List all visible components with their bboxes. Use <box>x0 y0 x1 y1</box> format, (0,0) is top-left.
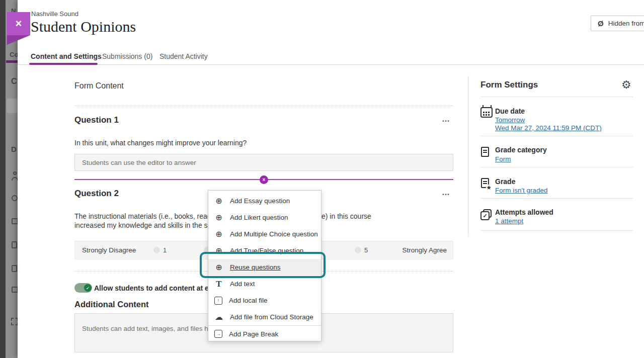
question-1-more-options-icon[interactable]: ••• <box>439 119 453 124</box>
divider <box>480 198 633 199</box>
graded-document-icon: ★ <box>481 178 489 188</box>
menu-item-label: Add Page Break <box>229 330 278 338</box>
close-button[interactable]: × <box>7 12 30 35</box>
file-upload-icon: ↑ <box>214 297 222 305</box>
toggle-check-icon: ✓ <box>84 284 92 292</box>
likert-max-label: Strongly Agree <box>402 246 447 254</box>
text-icon: T <box>214 279 223 289</box>
circle-plus-icon: ⊕ <box>214 262 223 272</box>
background-tab-underline <box>6 60 18 63</box>
menu-item-add-multiple-choice-question[interactable]: ⊕ Add Multiple Choice question <box>208 226 321 242</box>
allow-student-content-toggle[interactable]: ✓ <box>74 283 92 293</box>
menu-item-label: Add Essay question <box>230 197 290 205</box>
question-1-answer-editor[interactable]: Students can use the editor to answer <box>74 154 453 171</box>
divider <box>480 97 633 97</box>
form-settings-title: Form Settings <box>480 80 538 90</box>
page: N Co C D Nashville Sound Student Opinion… <box>0 0 644 358</box>
form-editor-panel: Nashville Sound Student Opinions Ø Hidde… <box>18 0 644 358</box>
menu-item-add-true-false-question[interactable]: ⊕ Add True/False question <box>208 242 321 259</box>
menu-item-label: Add True/False question <box>230 247 303 254</box>
eye-slash-icon: Ø <box>598 19 604 28</box>
additional-content-heading: Additional Content <box>74 300 149 309</box>
circle-plus-icon: ⊕ <box>214 229 223 239</box>
question-2-more-options-icon[interactable]: ••• <box>439 192 453 197</box>
divider <box>480 136 633 136</box>
circle-plus-icon: ⊕ <box>214 196 223 206</box>
visibility-label: Hidden from <box>608 20 644 27</box>
tab-bar: Content and Settings Submissions (0) Stu… <box>18 48 644 65</box>
likert-option-label: 1 <box>163 246 167 254</box>
due-date-full-link[interactable]: Wed Mar 27, 2024 11:59 PM (CDT) <box>495 124 602 132</box>
page-break-icon: → <box>214 330 222 338</box>
likert-radio-5[interactable] <box>355 247 361 253</box>
grade-label: Grade <box>495 177 515 186</box>
background-partial-heading: C <box>11 77 17 86</box>
settings-divider <box>468 76 468 237</box>
ribbon-fold <box>7 35 30 45</box>
menu-item-label: Add local file <box>229 297 268 304</box>
pencil-icon <box>12 265 17 272</box>
tab-submissions[interactable]: Submissions (0) <box>102 52 152 60</box>
form-content-heading: Form Content <box>74 81 124 91</box>
likert-option-label: 5 <box>364 246 368 254</box>
attempts-allowed-label: Attempts allowed <box>495 208 553 216</box>
menu-item-label: Add file from Cloud Storage <box>230 313 313 321</box>
menu-item-add-page-break[interactable]: → Add Page Break <box>208 326 321 342</box>
visibility-button[interactable]: Ø Hidden from <box>591 16 644 31</box>
menu-item-add-likert-question[interactable]: ⊕ Add Likert question <box>208 209 321 226</box>
insert-content-menu: ⊕ Add Essay question ⊕ Add Likert questi… <box>208 190 321 341</box>
menu-item-label: Add text <box>230 280 255 288</box>
due-date-relative-link[interactable]: Tomorrow <box>495 116 525 124</box>
star-icon: ★ <box>486 185 492 191</box>
dimmed-background-page: N Co C D <box>0 0 18 358</box>
gear-icon[interactable]: ⚙ <box>621 78 631 92</box>
circle-plus-icon: ⊕ <box>214 246 223 255</box>
active-tab-underline <box>29 63 98 65</box>
grade-link[interactable]: Form isn't graded <box>495 187 548 194</box>
question-2-title: Question 2 <box>74 189 119 199</box>
tab-content-and-settings[interactable]: Content and Settings <box>31 52 102 60</box>
due-date-label: Due date <box>495 107 525 115</box>
menu-item-label: Add Multiple Choice question <box>230 230 318 238</box>
editor-placeholder: Students can use the editor to answer <box>82 159 196 166</box>
calendar-icon <box>480 107 493 118</box>
page-title: Student Opinions <box>31 18 136 35</box>
tab-student-activity[interactable]: Student Activity <box>159 52 208 60</box>
person-icon <box>13 171 17 175</box>
question-1-prompt: In this unit, what changes might improve… <box>74 138 247 147</box>
clipboard-icon <box>12 241 17 248</box>
document-icon <box>481 147 489 157</box>
insert-content-close-icon[interactable]: × <box>260 175 268 184</box>
close-icon: × <box>16 17 22 30</box>
menu-item-add-text[interactable]: T Add text <box>208 276 321 292</box>
grade-category-label: Grade category <box>495 146 547 154</box>
grade-category-link[interactable]: Form <box>495 155 511 163</box>
course-name: Nashville Sound <box>31 10 78 18</box>
menu-item-label: Reuse questions <box>230 263 281 271</box>
circle-plus-icon: ⊕ <box>214 213 223 222</box>
background-partial-tab: Co <box>10 51 18 58</box>
clock-icon <box>12 195 18 201</box>
divider <box>480 230 633 231</box>
question-1-title: Question 1 <box>74 115 119 125</box>
divider <box>480 167 633 167</box>
attempts-check-icon: ✓ <box>480 211 490 220</box>
menu-item-add-essay-question[interactable]: ⊕ Add Essay question <box>208 193 321 209</box>
divider <box>74 106 453 106</box>
background-left-edge <box>0 0 6 358</box>
background-button-shape <box>7 99 18 113</box>
additional-content-placeholder: Students can add text, images, and files… <box>82 325 218 332</box>
menu-item-add-file-from-cloud-storage[interactable]: ☁ Add file from Cloud Storage <box>208 309 321 325</box>
likert-min-label: Strongly Disagree <box>82 246 136 254</box>
background-partial-section: D <box>11 145 17 153</box>
cloud-icon: ☁ <box>214 312 223 322</box>
menu-item-label: Add Likert question <box>230 214 288 221</box>
likert-radio-1[interactable] <box>153 247 160 253</box>
menu-item-add-local-file[interactable]: ↑ Add local file <box>208 292 321 309</box>
dashed-placeholder-icon <box>11 318 18 325</box>
attempts-link[interactable]: 1 attempt <box>495 217 523 225</box>
menu-item-reuse-questions[interactable]: ⊕ Reuse questions <box>208 259 321 276</box>
